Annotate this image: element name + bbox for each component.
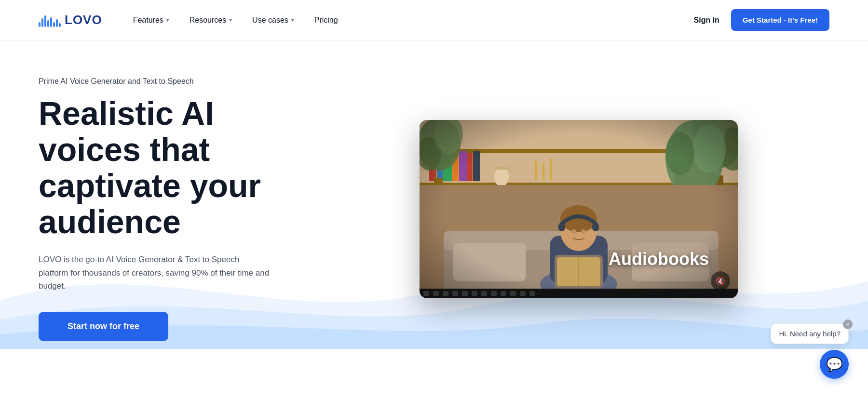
navbar: LOVO Features ▼ Resources ▼ Use cases ▼ … [0, 0, 868, 40]
logo-text: LOVO [65, 13, 102, 27]
nav-links: Features ▼ Resources ▼ Use cases ▼ Prici… [125, 12, 694, 28]
filmstrip-hole [423, 291, 429, 296]
hero-section: Prime AI Voice Generator and Text to Spe… [0, 40, 868, 349]
logo-waves-icon [39, 13, 61, 27]
mute-button[interactable]: 🔇 [711, 271, 730, 291]
hero-video-area: Audiobooks 🔇 [328, 120, 829, 298]
hero-title: Realistic AI voices that captivate your … [39, 95, 309, 239]
logo-link[interactable]: LOVO [39, 13, 102, 27]
svg-rect-45 [420, 120, 738, 298]
filmstrip-hole [433, 291, 439, 296]
video-scene-svg [420, 120, 738, 298]
nav-right: Sign in Get Started - It's Free! [694, 9, 829, 31]
hero-description: LOVO is the go-to AI Voice Generator & T… [39, 253, 270, 292]
filmstrip-hole [510, 291, 516, 296]
get-started-button[interactable]: Get Started - It's Free! [731, 9, 829, 31]
resources-chevron-icon: ▼ [228, 17, 233, 23]
filmstrip-hole [520, 291, 526, 296]
filmstrip-hole [452, 291, 458, 296]
filmstrip-bottom [420, 289, 738, 298]
chat-open-button[interactable]: 💬 [820, 350, 849, 379]
start-now-button[interactable]: Start now for free [39, 312, 168, 341]
mute-icon: 🔇 [716, 277, 725, 286]
filmstrip-hole [443, 291, 448, 296]
hero-subtitle: Prime AI Voice Generator and Text to Spe… [39, 77, 309, 86]
filmstrip-hole [529, 291, 535, 296]
nav-features[interactable]: Features ▼ [125, 12, 178, 28]
chat-close-button[interactable]: ✕ [843, 319, 853, 329]
nav-use-cases[interactable]: Use cases ▼ [244, 12, 303, 28]
use-cases-chevron-icon: ▼ [290, 17, 295, 23]
chat-widget: Hi. Need any help? ✕ 💬 [771, 323, 849, 379]
video-scene [420, 120, 738, 298]
filmstrip-hole [501, 291, 506, 296]
filmstrip-hole [472, 291, 477, 296]
close-icon: ✕ [846, 322, 850, 327]
sign-in-link[interactable]: Sign in [694, 16, 719, 25]
filmstrip-hole [462, 291, 468, 296]
video-label: Audiobooks [609, 249, 709, 269]
filmstrip-hole [481, 291, 487, 296]
chat-icon: 💬 [826, 357, 843, 372]
features-chevron-icon: ▼ [165, 17, 170, 23]
filmstrip-hole [491, 291, 497, 296]
video-player[interactable]: Audiobooks 🔇 [420, 120, 738, 298]
hero-content: Prime AI Voice Generator and Text to Spe… [39, 77, 328, 341]
chat-help-bubble: Hi. Need any help? [771, 323, 849, 344]
nav-resources[interactable]: Resources ▼ [182, 12, 241, 28]
chat-bubble-container: Hi. Need any help? ✕ [771, 323, 849, 344]
nav-pricing[interactable]: Pricing [307, 12, 346, 28]
